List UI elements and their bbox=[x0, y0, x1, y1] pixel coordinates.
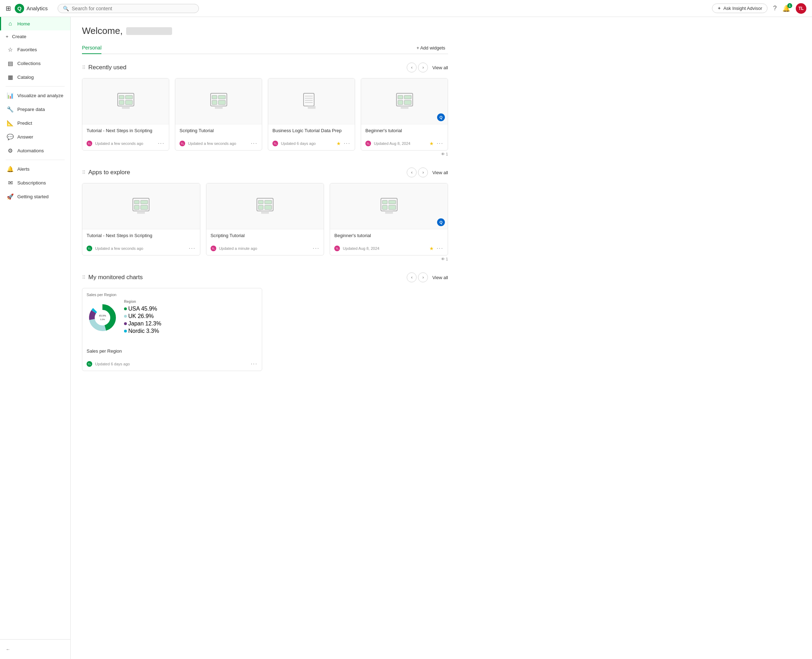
explore-more-button-1[interactable]: ··· bbox=[189, 245, 196, 252]
view-count-4: 👁 1 bbox=[441, 152, 448, 156]
sidebar-label-automations: Automations bbox=[17, 148, 44, 153]
recently-used-section: ⠿ Recently used ‹ › View all bbox=[82, 63, 448, 156]
chart-card-info-1: Sales per Region bbox=[82, 345, 262, 359]
card-star-3[interactable]: ★ bbox=[336, 140, 341, 146]
card-preview-3 bbox=[268, 79, 355, 125]
sidebar-item-getting-started[interactable]: 🚀 Getting started bbox=[0, 190, 70, 203]
content-inner: Welcome, Personal + Add widgets ⠿ Recent… bbox=[71, 17, 459, 391]
drag-handle-recently-used[interactable]: ⠿ bbox=[82, 65, 85, 70]
search-input[interactable] bbox=[72, 6, 194, 11]
user-name-placeholder bbox=[126, 27, 172, 35]
charts-view-all[interactable]: View all bbox=[432, 275, 448, 280]
explore-card-title-2: Scripting Tutorial bbox=[211, 233, 320, 238]
collections-icon: ▤ bbox=[7, 60, 14, 67]
chart-card-meta-1: Updated 6 days ago bbox=[95, 362, 130, 366]
top-header: ⊞ Q Analytics 🔍 ✦ Ask Insight Advisor ? … bbox=[0, 0, 812, 17]
sidebar-item-prepare[interactable]: 🔧 Prepare data bbox=[0, 102, 70, 116]
app-thumbnail-icon-2 bbox=[210, 93, 227, 110]
user-avatar[interactable]: TL bbox=[796, 3, 806, 14]
explore-prev-button[interactable]: ‹ bbox=[407, 167, 416, 177]
explore-card-actions-3: ★ ··· bbox=[429, 245, 443, 252]
svg-text:45.9%: 45.9% bbox=[99, 314, 106, 317]
chart-card-footer-1: TL Updated 6 days ago ··· bbox=[82, 359, 262, 370]
sidebar-item-automations[interactable]: ⚙ Automations bbox=[0, 144, 70, 158]
sidebar-item-create[interactable]: + Create bbox=[0, 30, 70, 43]
card-more-button-2[interactable]: ··· bbox=[251, 140, 258, 147]
recently-used-card-3[interactable]: Business Logic Tutorial Data Prep TL Upd… bbox=[268, 78, 355, 151]
card-more-button-4[interactable]: ··· bbox=[437, 140, 443, 147]
explore-thumbnail-1 bbox=[132, 197, 150, 215]
help-icon[interactable]: ? bbox=[773, 5, 777, 12]
drag-handle-explore[interactable]: ⠿ bbox=[82, 170, 85, 175]
sidebar-item-home[interactable]: ⌂ Home bbox=[0, 17, 70, 30]
card-avatar-4: TL bbox=[365, 140, 371, 146]
sidebar-item-alerts[interactable]: 🔔 Alerts bbox=[0, 162, 70, 176]
sidebar-item-catalog[interactable]: ▦ Catalog bbox=[0, 70, 70, 84]
svg-rect-42 bbox=[389, 205, 396, 210]
legend-label-uk: UK 26.9% bbox=[128, 313, 154, 319]
svg-rect-34 bbox=[258, 205, 263, 210]
monitored-cards: Sales per Region 45.9% 3.3% bbox=[82, 288, 448, 371]
recently-used-card-4[interactable]: Q Beginner's tutorial TL Updated Aug 8, … bbox=[361, 78, 448, 151]
explore-card-meta-1: Updated a few seconds ago bbox=[95, 246, 143, 251]
apps-to-explore-title: Apps to explore bbox=[88, 169, 407, 176]
explore-card-meta-3: Updated Aug 8, 2024 bbox=[343, 246, 379, 251]
recently-used-card-2[interactable]: Scripting Tutorial TL Updated a few seco… bbox=[175, 78, 262, 151]
search-bar[interactable]: 🔍 bbox=[58, 4, 199, 13]
sidebar-item-predict[interactable]: 📐 Predict bbox=[0, 116, 70, 130]
apps-grid-icon[interactable]: ⊞ bbox=[6, 5, 11, 13]
sidebar-label-catalog: Catalog bbox=[17, 74, 34, 80]
sidebar-item-answer[interactable]: 💬 Answer bbox=[0, 130, 70, 144]
prepare-icon: 🔧 bbox=[7, 106, 14, 113]
tab-personal[interactable]: Personal bbox=[82, 42, 101, 54]
explore-card-preview-3: Q bbox=[330, 183, 448, 229]
explore-view-all[interactable]: View all bbox=[432, 170, 448, 175]
recently-used-views: 👁 1 bbox=[82, 152, 448, 156]
explore-card-3[interactable]: Q Beginner's tutorial TL Updated Aug 8, … bbox=[330, 183, 448, 255]
explore-card-star-3[interactable]: ★ bbox=[429, 246, 434, 251]
welcome-text: Welcome, bbox=[82, 25, 123, 36]
monitored-chart-card-1[interactable]: Sales per Region 45.9% 3.3% bbox=[82, 288, 262, 371]
notifications-button[interactable]: 🔔 1 bbox=[782, 5, 790, 13]
app-thumbnail-icon-1 bbox=[117, 93, 135, 110]
card-avatar-1: TL bbox=[87, 140, 92, 146]
recently-used-view-all[interactable]: View all bbox=[432, 65, 448, 70]
sidebar-label-getting-started: Getting started bbox=[17, 194, 49, 199]
explore-more-button-3[interactable]: ··· bbox=[437, 245, 443, 252]
explore-card-2[interactable]: Scripting Tutorial TL Updated a minute a… bbox=[206, 183, 324, 255]
legend-title: Region bbox=[124, 300, 161, 304]
drag-handle-charts[interactable]: ⠿ bbox=[82, 274, 85, 280]
sidebar-divider-1 bbox=[6, 86, 65, 87]
explore-card-1[interactable]: Tutorial - Next Steps in Scripting TL Up… bbox=[82, 183, 200, 255]
sidebar-label-favorites: Favorites bbox=[17, 47, 37, 52]
card-info-4: Beginner's tutorial bbox=[361, 125, 448, 138]
card-more-button-1[interactable]: ··· bbox=[158, 140, 165, 147]
monitored-charts-nav: ‹ › View all bbox=[407, 273, 448, 282]
sidebar-item-favorites[interactable]: ☆ Favorites bbox=[0, 43, 70, 57]
explore-next-button[interactable]: › bbox=[418, 167, 428, 177]
insight-advisor-button[interactable]: ✦ Ask Insight Advisor bbox=[712, 3, 768, 13]
sidebar-item-collections[interactable]: ▤ Collections bbox=[0, 57, 70, 70]
card-preview-4: Q bbox=[361, 79, 448, 125]
sidebar-item-visualize[interactable]: 📊 Visualize and analyze bbox=[0, 89, 70, 102]
chart-more-button-1[interactable]: ··· bbox=[251, 361, 258, 367]
donut-chart-svg: 45.9% 3.3% bbox=[87, 302, 118, 334]
card-more-button-3[interactable]: ··· bbox=[344, 140, 350, 147]
svg-rect-9 bbox=[212, 95, 217, 99]
sidebar-item-subscriptions[interactable]: ✉ Subscriptions bbox=[0, 176, 70, 190]
svg-rect-10 bbox=[212, 100, 217, 105]
explore-card-footer-2: TL Updated a minute ago ··· bbox=[207, 243, 324, 255]
recently-used-card-1[interactable]: Tutorial - Next Steps in Scripting TL Up… bbox=[82, 78, 169, 151]
card-star-4[interactable]: ★ bbox=[429, 140, 434, 146]
explore-more-button-2[interactable]: ··· bbox=[313, 245, 319, 252]
recently-used-next-button[interactable]: › bbox=[418, 63, 428, 73]
charts-prev-button[interactable]: ‹ bbox=[407, 273, 416, 282]
content-area: Welcome, Personal + Add widgets ⠿ Recent… bbox=[71, 17, 812, 659]
charts-next-button[interactable]: › bbox=[418, 273, 428, 282]
recently-used-prev-button[interactable]: ‹ bbox=[407, 63, 416, 73]
sidebar-label-alerts: Alerts bbox=[17, 166, 30, 172]
app-thumbnail-icon-4 bbox=[396, 93, 413, 110]
getting-started-icon: 🚀 bbox=[7, 193, 14, 200]
sidebar-collapse-button[interactable]: ← bbox=[0, 643, 70, 656]
add-widgets-button[interactable]: + Add widgets bbox=[414, 44, 448, 52]
